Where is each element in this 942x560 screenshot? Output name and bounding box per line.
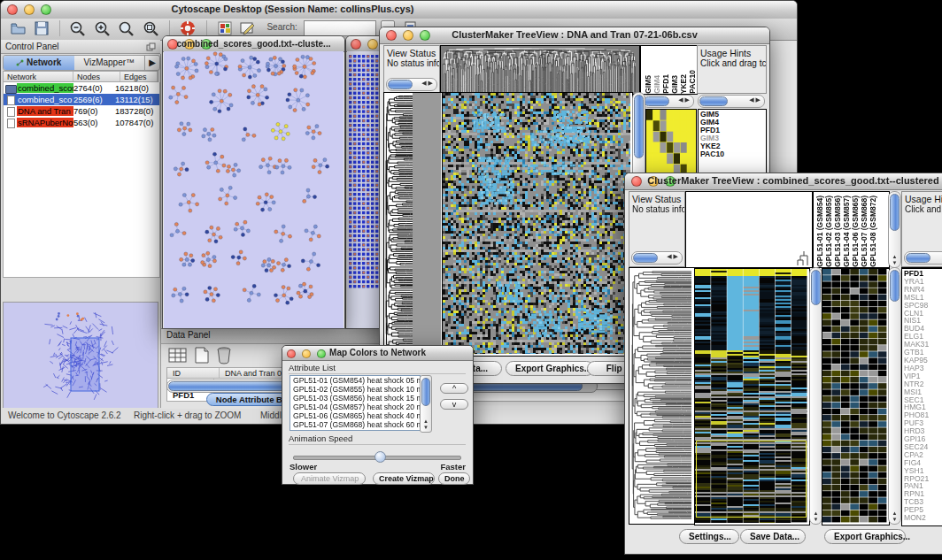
zoom-fit-icon[interactable] <box>118 20 135 41</box>
tv1-row-dendrogram-canvas[interactable] <box>384 93 441 354</box>
tv1-column-labels[interactable]: GIM5GIM4PFD1GIM3YKE2PAC10 <box>640 45 698 95</box>
tab-network[interactable]: Network <box>4 56 74 70</box>
tv2-column-label[interactable]: GPL51-08 (GSM872) <box>869 196 877 267</box>
open-file-icon[interactable] <box>10 20 27 40</box>
tv1-export-graphics-button[interactable]: Export Graphics... <box>506 361 594 376</box>
tv1-hints-scrollbar[interactable]: ◀▶ <box>698 95 765 108</box>
tv2-column-label[interactable]: GPL51-03 (GSM856) <box>833 196 842 267</box>
new-attribute-icon[interactable] <box>193 346 211 368</box>
tv2-column-label[interactable]: GPL51-04 (GSM857) <box>842 196 851 267</box>
attribute-list-item[interactable]: GPL51-07 (GSM868) heat shock 60 min <box>290 420 420 429</box>
create-vizmap-button[interactable]: Create Vizmap <box>373 472 435 485</box>
col-nodes[interactable]: Nodes <box>73 72 120 81</box>
tv1-column-label[interactable]: GIM4 <box>652 75 661 94</box>
attribute-list-item[interactable]: GPL51-02 (GSM855) heat shock 10 min <box>290 385 420 394</box>
tv2-row-dendrogram[interactable] <box>629 267 696 525</box>
tv2-settings-button[interactable]: Settings... <box>679 529 739 544</box>
birdseye-canvas[interactable] <box>4 303 156 407</box>
tv1-status-scrollbar[interactable]: ◀▶ <box>386 78 437 91</box>
delete-attribute-trash-icon[interactable] <box>216 346 232 368</box>
tv2-export-graphics-button[interactable]: Export Graphics... <box>824 529 906 544</box>
col-network[interactable]: Network <box>4 72 73 81</box>
tv2-column-dendrogram[interactable] <box>685 191 813 268</box>
tv2-status-scrollbar[interactable]: ◀▶ <box>631 251 683 265</box>
save-icon[interactable] <box>34 20 50 40</box>
zoom-window-icon[interactable] <box>41 4 51 15</box>
tv1-column-label[interactable]: PAC10 <box>688 70 697 94</box>
tv2-heatmap-vscrollbar[interactable]: ▲▼ <box>809 267 822 525</box>
tv1-gene[interactable]: PAC10 <box>699 150 766 158</box>
attribute-list-item[interactable]: GPL51-03 (GSM856) heat shock 15 min <box>290 394 420 403</box>
float-panel-icon[interactable] <box>146 42 156 53</box>
tab-overflow-arrow[interactable]: ▶ <box>144 56 159 70</box>
tv1-column-label[interactable]: GIM5 <box>644 75 652 94</box>
move-down-button[interactable]: v <box>440 399 468 410</box>
tv1-row-dendrogram[interactable] <box>383 92 444 357</box>
window-controls[interactable] <box>7 4 51 15</box>
network-window-title-bar[interactable]: combined_scores_good.txt--cluste... <box>163 36 344 52</box>
tv2-column-label[interactable]: GPL51-06 (GSM865) <box>851 196 860 267</box>
tv2-column-labels[interactable]: GPL51-01 (GSM854)GPL51-02 (GSM855)GPL51-… <box>813 191 890 268</box>
tv2-gene[interactable]: MON2 <box>902 514 942 522</box>
tv2-zoom-heatmap[interactable] <box>822 267 890 525</box>
tv1-column-label[interactable]: YKE2 <box>679 74 688 94</box>
search-input[interactable] <box>304 20 376 36</box>
attribute-list-item[interactable]: GPL51-06 (GSM865) heat shock 40 min <box>290 411 420 420</box>
control-panel-title: Control Panel <box>5 42 59 51</box>
dense-network-canvas[interactable] <box>348 53 381 290</box>
close-icon[interactable] <box>7 4 18 15</box>
animate-vizmap-button[interactable]: Animate Vizmap <box>293 472 366 485</box>
treeview1-title-bar[interactable]: ClusterMaker TreeView : DNA and Tran 07-… <box>380 27 769 44</box>
network-row[interactable]: DNA and Tran 07769(0)183728(0) <box>4 105 159 117</box>
network-view[interactable] <box>164 51 344 328</box>
table-icon[interactable] <box>168 347 188 368</box>
network-row-cell: 769(0) <box>73 106 115 116</box>
tv1-column-label[interactable]: PFD1 <box>661 74 670 94</box>
birdseye-panel[interactable] <box>3 302 158 410</box>
minimize-icon[interactable] <box>367 39 378 50</box>
zoom-in-icon[interactable] <box>94 20 112 41</box>
tv2-genelist-vscrollbar[interactable]: ▲▼ <box>888 267 901 525</box>
dialog-title-bar[interactable]: Map Colors to Network <box>282 346 473 361</box>
network-canvas[interactable] <box>164 51 344 327</box>
attribute-list-scrollbar[interactable]: ▲▼ <box>420 375 432 433</box>
zoom-out-icon[interactable] <box>69 20 87 41</box>
tv2-labels-vscrollbar[interactable]: ▲▼ <box>888 191 901 268</box>
close-icon[interactable] <box>351 39 361 50</box>
tv1-heatmap[interactable] <box>442 92 633 357</box>
network-row[interactable]: combined_sco2569(6)13112(15) <box>4 94 159 105</box>
zoom-selected-icon[interactable] <box>143 20 160 41</box>
tv2-column-label[interactable]: GPL51-02 (GSM855) <box>824 196 833 267</box>
speed-slider[interactable] <box>293 451 461 462</box>
col-edges[interactable]: Edges <box>120 72 158 81</box>
network-row[interactable]: combined_scores2764(0)16218(0) <box>4 82 159 94</box>
heatmap-selection-rect[interactable] <box>696 441 807 518</box>
minimize-icon[interactable] <box>24 4 35 15</box>
tv1-labels-scrollbar[interactable]: ◀▶ <box>642 95 694 108</box>
move-up-button[interactable]: ^ <box>440 383 468 394</box>
tab-vizmapper[interactable]: VizMapper™ <box>74 56 145 70</box>
tv1-column-dendrogram-canvas[interactable] <box>441 46 637 92</box>
tv2-gene-list[interactable]: PFD1YRA1RNR4MSL1SPC98CLN1NIS1BUD4ELG1MAK… <box>901 267 942 526</box>
tv1-zoom-heatmap[interactable] <box>645 109 697 178</box>
attribute-list-item[interactable]: GPL51-04 (GSM857) heat shock 20 min <box>290 403 420 411</box>
tv1-heatmap-canvas[interactable] <box>443 93 630 354</box>
tv2-zoom-heatmap-canvas[interactable] <box>822 269 887 523</box>
slider-thumb[interactable] <box>374 451 386 463</box>
tv1-zoom-heatmap-canvas[interactable] <box>646 110 694 175</box>
tv2-hints-scrollbar[interactable] <box>904 251 942 265</box>
tv1-column-dendrogram[interactable] <box>440 45 640 95</box>
col-id[interactable]: ID <box>167 368 220 378</box>
attribute-list-item[interactable]: GPL51-01 (GSM854) heat shock 05 min <box>290 376 420 385</box>
tv2-heatmap[interactable] <box>694 267 810 525</box>
tv1-column-label[interactable]: GIM3 <box>670 75 679 94</box>
tv2-column-label[interactable]: GPL51-01 (GSM854) <box>815 196 824 267</box>
treeview2-title-bar[interactable]: ClusterMaker TreeView : combined_scores_… <box>625 173 942 190</box>
done-button[interactable]: Done <box>438 472 470 485</box>
tv2-save-data-button[interactable]: Save Data... <box>740 529 806 544</box>
tv2-column-label[interactable]: GPL51-07 (GSM868) <box>860 196 869 267</box>
tv2-row-dendrogram-canvas[interactable] <box>629 268 693 522</box>
network-row[interactable]: sRNAPuberNov2+563(0)107847(0) <box>4 117 159 128</box>
main-title-bar[interactable]: Cytoscape Desktop (Session Name: collins… <box>1 1 797 19</box>
attribute-list[interactable]: GPL51-01 (GSM854) heat shock 05 minGPL51… <box>290 375 421 431</box>
